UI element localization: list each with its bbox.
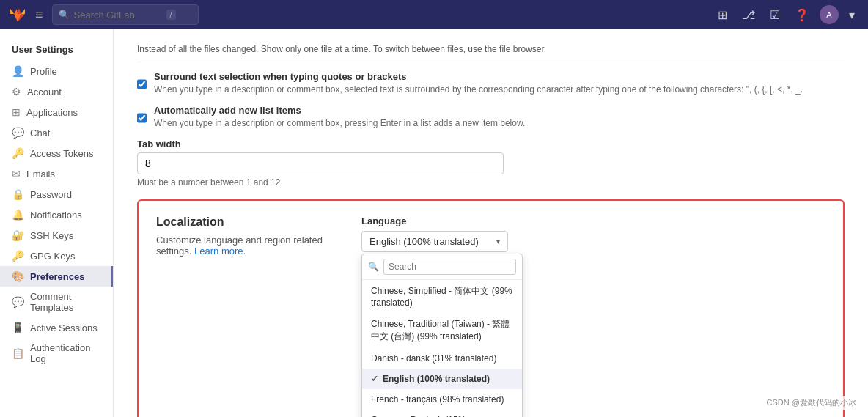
surround-text-row: Surround text selection when typing quot… [137, 71, 845, 96]
tab-width-group: Tab width Must be a number between 1 and… [137, 139, 845, 188]
user-avatar[interactable]: A [820, 5, 839, 24]
surround-text-desc: When you type in a description or commen… [154, 84, 803, 96]
sidebar-item-label: Authentication Log [30, 342, 101, 364]
sidebar-item-chat[interactable]: 💬 Chat [0, 122, 113, 143]
chat-icon: 💬 [12, 127, 24, 139]
sidebar-heading: User Settings [0, 41, 113, 61]
language-select-button[interactable]: English (100% translated) ▾ [361, 231, 508, 252]
top-hint: Instead of all the files changed. Show o… [137, 44, 845, 62]
ssh-keys-icon: 🔐 [12, 229, 24, 241]
password-icon: 🔒 [12, 188, 24, 200]
language-option-list: Chinese, Simplified - 简体中文 (99% translat… [362, 280, 522, 417]
lang-option-french[interactable]: French - français (98% translated) [362, 389, 522, 410]
issues-icon[interactable]: ⊞ [713, 5, 732, 25]
sidebar-item-label: Password [30, 189, 72, 200]
notifications-icon: 🔔 [12, 209, 24, 221]
profile-icon: 👤 [12, 65, 24, 77]
language-selected-value: English (100% translated) [369, 236, 479, 247]
sidebar-item-label: SSH Keys [30, 230, 73, 241]
tab-width-input[interactable] [137, 152, 504, 174]
applications-icon: ⊞ [12, 106, 21, 118]
localization-learn-more[interactable]: Learn more. [194, 246, 246, 257]
search-input[interactable] [74, 10, 162, 21]
surround-text-label: Surround text selection when typing quot… [154, 71, 803, 96]
access-tokens-icon: 🔑 [12, 147, 24, 159]
lang-option-label: Chinese, Traditional (Taiwan) - 繁體中文 (台灣… [371, 318, 513, 343]
localization-right: Language English (100% translated) ▾ 🔍 [361, 215, 825, 417]
lang-option-label: English (100% translated) [383, 374, 490, 384]
watermark: CSDN @爱敲代码的小冰 [762, 396, 861, 410]
search-shortcut: / [166, 10, 176, 20]
lang-option-chinese-traditional[interactable]: Chinese, Traditional (Taiwan) - 繁體中文 (台灣… [362, 313, 522, 348]
sidebar-item-gpg-keys[interactable]: 🔑 GPG Keys [0, 246, 113, 266]
main-content: Instead of all the files changed. Show o… [114, 29, 868, 417]
lang-option-chinese-simplified[interactable]: Chinese, Simplified - 简体中文 (99% translat… [362, 280, 522, 313]
sidebar-item-applications[interactable]: ⊞ Applications [0, 102, 113, 122]
lang-option-label: Danish - dansk (31% translated) [371, 353, 496, 364]
help-icon[interactable]: ❓ [790, 5, 814, 25]
sidebar: User Settings 👤 Profile ⚙ Account ⊞ Appl… [0, 29, 114, 417]
sidebar-item-notifications[interactable]: 🔔 Notifications [0, 204, 113, 225]
dropdown-search-input[interactable] [383, 259, 516, 275]
lang-option-german[interactable]: German - Deutsch (15%... [362, 410, 522, 417]
language-label: Language [361, 215, 825, 226]
sidebar-item-account[interactable]: ⚙ Account [0, 81, 113, 102]
sidebar-item-label: Active Sessions [30, 322, 98, 333]
sidebar-item-label: GPG Keys [30, 251, 75, 262]
topnav: ≡ 🔍 / ⊞ ⎇ ☑ ❓ A ▾ [0, 0, 868, 29]
sidebar-item-profile[interactable]: 👤 Profile [0, 61, 113, 81]
preferences-icon: 🎨 [12, 270, 24, 282]
sidebar-item-label: Notifications [30, 210, 82, 221]
auto-list-checkbox[interactable] [137, 106, 147, 130]
sidebar-item-label: Preferences [30, 271, 84, 282]
tab-width-hint: Must be a number between 1 and 12 [137, 177, 845, 188]
sidebar-item-active-sessions[interactable]: 📱 Active Sessions [0, 317, 113, 338]
sidebar-item-access-tokens[interactable]: 🔑 Access Tokens [0, 143, 113, 163]
active-sessions-icon: 📱 [12, 322, 24, 333]
sidebar-item-label: Applications [26, 107, 78, 118]
auto-list-label: Automatically add new list items When yo… [154, 105, 525, 130]
account-icon: ⚙ [12, 86, 21, 97]
localization-title: Localization [156, 215, 332, 229]
sidebar-item-emails[interactable]: ✉ Emails [0, 163, 113, 184]
sidebar-item-label: Comment Templates [30, 291, 101, 313]
page-wrapper: User Settings 👤 Profile ⚙ Account ⊞ Appl… [0, 29, 868, 417]
localization-two-col: Localization Customize language and regi… [156, 215, 825, 417]
sidebar-item-ssh-keys[interactable]: 🔐 SSH Keys [0, 225, 113, 246]
todo-icon[interactable]: ☑ [765, 5, 784, 25]
auto-list-row: Automatically add new list items When yo… [137, 105, 845, 130]
lang-option-english[interactable]: ✓ English (100% translated) [362, 369, 522, 389]
lang-option-label: Chinese, Simplified - 简体中文 (99% translat… [371, 285, 513, 308]
auth-log-icon: 📋 [12, 347, 24, 359]
gitlab-logo[interactable] [9, 6, 26, 23]
language-dropdown-popup: 🔍 Chinese, Simplified - 简体中文 (99% transl… [361, 254, 523, 417]
sidebar-item-preferences[interactable]: 🎨 Preferences [0, 266, 113, 287]
global-search[interactable]: 🔍 / [52, 4, 199, 25]
localization-section: Localization Customize language and regi… [137, 199, 845, 417]
tab-width-label: Tab width [137, 139, 845, 150]
gpg-keys-icon: 🔑 [12, 250, 24, 262]
dropdown-search-icon: 🔍 [368, 262, 379, 272]
surround-text-checkbox[interactable] [137, 73, 147, 96]
sidebar-item-authentication-log[interactable]: 📋 Authentication Log [0, 338, 113, 369]
sidebar-item-password[interactable]: 🔒 Password [0, 184, 113, 204]
sidebar-item-label: Profile [30, 66, 57, 77]
sidebar-item-comment-templates[interactable]: 💬 Comment Templates [0, 287, 113, 317]
sidebar-item-label: Access Tokens [30, 148, 93, 159]
comment-templates-icon: 💬 [12, 296, 24, 308]
emails-icon: ✉ [12, 168, 21, 180]
merge-request-icon[interactable]: ⎇ [738, 5, 760, 25]
lang-option-label: French - français (98% translated) [371, 394, 504, 405]
auto-list-desc: When you type in a description or commen… [154, 117, 525, 130]
lang-option-label: German - Deutsch (15%... [371, 415, 473, 417]
auto-list-title: Automatically add new list items [154, 105, 525, 116]
check-icon: ✓ [371, 374, 378, 384]
topnav-actions: ⊞ ⎇ ☑ ❓ A ▾ [713, 5, 859, 25]
language-dropdown-arrow-icon: ▾ [496, 237, 500, 246]
lang-option-danish[interactable]: Danish - dansk (31% translated) [362, 348, 522, 369]
localization-left: Localization Customize language and regi… [156, 215, 332, 417]
sidebar-item-label: Emails [26, 169, 55, 180]
sidebar-item-label: Account [27, 86, 62, 97]
hamburger-icon[interactable]: ≡ [32, 4, 46, 26]
chevron-down-icon[interactable]: ▾ [845, 5, 859, 25]
